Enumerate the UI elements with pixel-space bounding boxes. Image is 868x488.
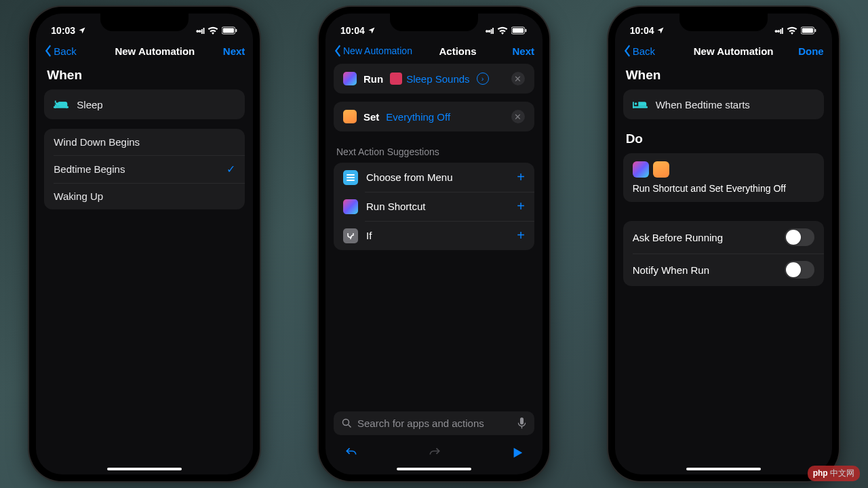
trigger-card[interactable]: Sleep [44,89,245,119]
wifi-icon [497,26,508,35]
notch [679,14,768,31]
when-header: When [47,68,242,83]
chevron-left-icon [334,45,342,57]
back-label: Back [633,45,655,57]
add-icon: + [517,199,525,214]
action-set[interactable]: Set Everything Off ✕ [334,102,534,131]
option-bedtime[interactable]: Bedtime Begins ✓ [44,155,245,183]
home-indicator[interactable] [397,468,471,470]
setting-label: Notify When Run [633,264,709,276]
back-button[interactable]: Back [623,45,677,57]
cellular-icon [196,25,204,36]
disclosure-icon[interactable]: › [477,73,489,85]
svg-rect-3 [54,106,68,108]
phone-frame-3: 10:04 Back New Automation Done When [608,7,839,481]
shortcuts-icon [343,199,358,214]
action-run[interactable]: Run Sleep Sounds › ✕ [334,64,534,94]
cellular-icon [486,25,494,36]
cellular-icon [774,25,783,36]
location-icon [78,26,86,35]
back-label: Back [54,45,76,57]
option-wind-down[interactable]: Wind Down Begins [44,129,245,155]
svg-rect-10 [347,180,355,181]
toggle-notify-when-run[interactable] [785,261,814,279]
mic-icon[interactable] [517,418,526,429]
home-indicator[interactable] [686,468,761,470]
menu-icon [343,170,358,185]
chevron-left-icon [44,45,52,57]
nav-bar: New Automation Actions Next [326,41,542,64]
screen-2: 10:04 New Automation Actions Next Run [326,14,542,474]
done-button[interactable]: Done [790,45,824,57]
location-icon [656,26,665,35]
play-button[interactable] [511,447,524,462]
battery-icon [801,26,817,35]
next-button[interactable]: Next [211,45,245,57]
notch [390,14,478,31]
suggestion-run-shortcut[interactable]: Run Shortcut + [334,192,534,221]
toggle-ask-before-running[interactable] [785,228,814,246]
nav-bar: Back New Automation Next [36,41,253,64]
svg-point-17 [634,102,637,105]
remove-action-button[interactable]: ✕ [511,110,525,123]
add-icon: + [517,169,525,185]
next-button[interactable]: Next [500,45,534,57]
action-param[interactable]: Everything Off [386,111,450,123]
if-icon [343,228,358,243]
add-icon: + [517,228,525,243]
clock-time: 10:04 [630,25,654,36]
phone-frame-1: 10:03 Back New Automation Next When [29,7,260,481]
remove-action-button[interactable]: ✕ [511,72,525,85]
shortcuts-icon [633,161,649,178]
do-card[interactable]: Run Shortcut and Set Everything Off [623,153,824,202]
suggestion-if[interactable]: If + [334,221,534,250]
chevron-left-icon [623,45,631,57]
setting-label: Ask Before Running [633,232,723,243]
battery-icon [511,26,528,35]
suggestion-label: Run Shortcut [366,201,426,212]
clock-time: 10:03 [51,25,75,36]
svg-rect-18 [633,102,634,108]
suggestion-label: If [366,230,372,241]
back-button[interactable]: Back [44,45,98,57]
action-verb: Set [363,111,379,123]
option-waking-up[interactable]: Waking Up [44,183,245,209]
do-header: Do [626,131,821,146]
trigger-label: Sleep [77,99,235,110]
svg-rect-16 [633,106,648,108]
trigger-label: When Bedtime starts [656,99,814,110]
when-header: When [626,68,821,83]
bed-icon [54,97,68,112]
svg-rect-15 [814,29,816,32]
bed-icon [633,97,648,112]
suggestions-list: Choose from Menu + Run Shortcut + If + [334,163,534,250]
wifi-icon [787,26,797,35]
nav-title: New Automation [677,45,790,57]
screen-1: 10:03 Back New Automation Next When [36,14,253,474]
search-input[interactable]: Search for apps and actions [334,411,534,435]
svg-rect-14 [802,28,812,33]
battery-icon [222,26,238,35]
svg-point-4 [56,102,58,105]
toolbar [334,441,534,464]
settings-list: Ask Before Running Notify When Run [623,221,824,286]
shortcuts-icon [343,72,357,85]
redo-button [428,446,441,462]
home-app-icon [343,110,357,123]
do-summary: Run Shortcut and Set Everything Off [633,183,814,194]
suggestions-header: Next Action Suggestions [336,146,532,157]
suggestion-choose-from-menu[interactable]: Choose from Menu + [334,163,534,192]
search-placeholder: Search for apps and actions [357,418,484,429]
nav-bar: Back New Automation Done [615,41,832,64]
options-list: Wind Down Begins Bedtime Begins ✓ Waking… [44,129,245,209]
action-param[interactable]: Sleep Sounds [390,73,469,85]
back-label: New Automation [343,45,412,56]
home-indicator[interactable] [107,468,182,470]
trigger-card[interactable]: When Bedtime starts [623,89,824,119]
sleep-sounds-icon [390,73,402,85]
suggestion-label: Choose from Menu [366,171,453,183]
svg-rect-8 [347,174,355,176]
back-button[interactable]: New Automation [334,45,415,57]
undo-button[interactable] [344,446,358,462]
clock-time: 10:04 [340,25,365,36]
